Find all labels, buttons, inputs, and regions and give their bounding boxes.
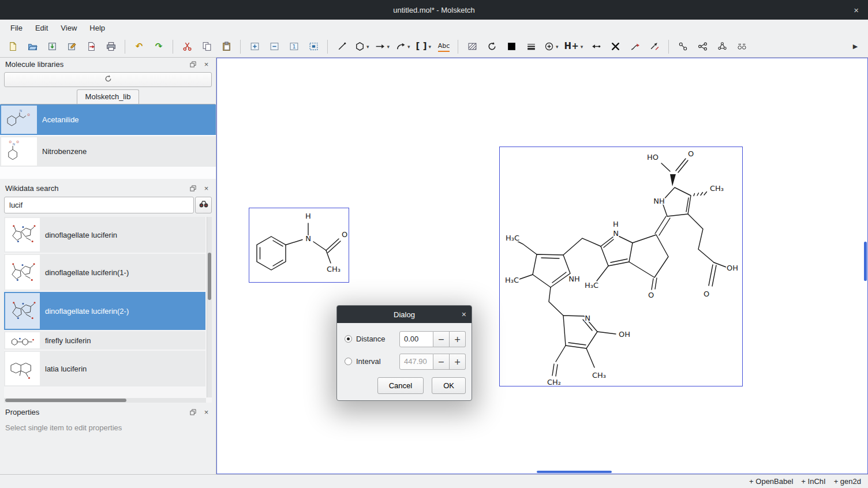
menu-file[interactable]: File [5, 21, 28, 35]
paste-icon [221, 42, 231, 52]
library-item-acetanilide[interactable]: NO Acetanilide [0, 104, 216, 135]
reaction-arrow-tool-dropdown-icon[interactable]: ▾ [387, 44, 390, 50]
scrollbar-thumb[interactable] [208, 253, 211, 300]
menu-edit[interactable]: Edit [29, 21, 54, 35]
tab-molsketch-lib[interactable]: Molsketch_lib [77, 89, 140, 104]
wikidata-result-item[interactable]: dinoflagellate luciferin(1-) [4, 254, 205, 291]
zoom-original-button[interactable]: 1 [286, 38, 302, 55]
new-file-button[interactable] [5, 38, 21, 55]
paste-button[interactable] [218, 38, 234, 55]
lone-pair-tool-button[interactable] [734, 38, 750, 55]
line-width-tool-button[interactable] [523, 38, 539, 55]
save-as-file-icon [66, 42, 77, 52]
color-swatch-tool-button[interactable] [503, 38, 519, 55]
atom-pair-tool-button[interactable] [675, 38, 691, 55]
properties-header: Properties × [0, 406, 216, 418]
hydrogen-tool-dropdown-icon[interactable]: ▾ [581, 44, 583, 50]
menu-view[interactable]: View [55, 21, 83, 35]
open-file-button[interactable] [24, 38, 40, 55]
properties-close-icon[interactable]: × [202, 408, 211, 416]
wikidata-result-item[interactable]: latia luciferin [4, 351, 205, 386]
electron-flow-tool-button[interactable] [588, 38, 604, 55]
libraries-float-icon[interactable] [189, 60, 197, 69]
wikidata-vertical-scrollbar[interactable] [207, 217, 212, 397]
zoom-out-button[interactable] [266, 38, 282, 55]
bracket-tool-dropdown-icon[interactable]: ▾ [429, 44, 432, 50]
canvas-horizontal-scrollbar[interactable] [537, 471, 612, 473]
bracket-tool-button[interactable]: [ ]▾ [415, 38, 432, 55]
mechanism-arrow-tool-button[interactable] [627, 38, 643, 55]
print-button[interactable] [103, 38, 119, 55]
redo-button[interactable]: ↷ [151, 38, 167, 55]
svg-text:O: O [28, 112, 30, 116]
zoom-in-button[interactable] [246, 38, 263, 55]
rotate-tool-icon [487, 42, 497, 52]
lone-pair-tool-icon [736, 42, 747, 52]
libraries-close-icon[interactable]: × [202, 60, 211, 69]
wikidata-search-input[interactable] [4, 197, 194, 213]
library-item-nitrobenzene[interactable]: NOO Nitrobenzene [0, 136, 216, 167]
toolbar-overflow-button[interactable]: ▶ [847, 38, 863, 55]
charge-tool-dropdown-icon[interactable]: ▾ [556, 44, 559, 50]
hydrogen-tool-button[interactable]: H+▾ [563, 38, 585, 55]
window-close-icon[interactable]: × [849, 0, 863, 20]
atom-label: CH₂ [547, 378, 561, 386]
atom-chain-tool-button[interactable] [694, 38, 710, 55]
canvas-vertical-scrollbar[interactable] [864, 242, 867, 281]
wikidata-horizontal-scrollbar[interactable] [4, 398, 206, 403]
ok-button[interactable]: OK [432, 377, 466, 394]
cut-button[interactable] [179, 38, 195, 55]
delete-tool-button[interactable] [607, 38, 623, 55]
save-as-file-button[interactable] [63, 38, 80, 55]
distance-input[interactable] [399, 331, 433, 347]
distance-increment-button[interactable]: + [450, 331, 466, 347]
wikidata-search-panel: Wikidata search × dinoflagellate lucifer… [0, 182, 216, 403]
scrollbar-thumb[interactable] [5, 399, 126, 402]
rotate-tool-button[interactable] [484, 38, 500, 55]
interval-decrement-button[interactable]: − [433, 354, 450, 370]
atom-label: OH [619, 330, 630, 339]
wikidata-result-item[interactable]: dinoflagellate luciferin [4, 217, 205, 253]
atom-group-tool-button[interactable] [714, 38, 730, 55]
interval-input[interactable] [399, 354, 433, 370]
charge-tool-button[interactable]: ▾ [542, 38, 560, 55]
luciferin-molecule[interactable]: HO O CH₃ NH H N H₃C NH H₃C H₃C O OH O N … [499, 147, 743, 386]
mechanism-arrow-tool-icon [630, 42, 640, 52]
distance-decrement-button[interactable]: − [433, 331, 450, 347]
draw-bond-button[interactable] [334, 38, 350, 55]
interval-radio[interactable] [345, 358, 352, 365]
svg-text:N: N [13, 142, 15, 146]
curved-arrow-tool-dropdown-icon[interactable]: ▾ [407, 44, 410, 50]
save-file-button[interactable] [44, 38, 60, 55]
atom-label: O [648, 291, 654, 299]
hatch-tool-button[interactable] [464, 38, 480, 55]
reaction-arrow-tool-button[interactable]: ▾ [374, 38, 391, 55]
copy-button[interactable] [199, 38, 215, 55]
distance-radio[interactable] [345, 335, 352, 343]
atom-label: H₃C [505, 276, 519, 284]
wikidata-result-item[interactable]: dinoflagellate luciferin(2-) [4, 292, 205, 330]
dialog-close-icon[interactable]: × [462, 306, 466, 323]
wikidata-result-item[interactable]: firefly luciferin [4, 331, 205, 350]
cancel-button[interactable]: Cancel [377, 377, 424, 394]
wikidata-search-button[interactable] [195, 197, 212, 213]
text-tool-button[interactable]: Abc [436, 38, 452, 55]
refresh-library-button[interactable] [4, 72, 212, 87]
reaction-mapping-tool-button[interactable] [646, 38, 663, 55]
interval-increment-button[interactable]: + [450, 354, 466, 370]
export-file-button[interactable] [83, 38, 99, 55]
ring-tool-button[interactable]: ▾ [353, 38, 371, 55]
drawing-canvas[interactable]: H N O CH₃ [216, 58, 868, 474]
wikidata-float-icon[interactable] [189, 184, 197, 193]
properties-float-icon[interactable] [189, 408, 197, 416]
undo-button[interactable]: ↶ [131, 38, 147, 55]
wikidata-close-icon[interactable]: × [202, 184, 211, 193]
zoom-original-icon: 1 [289, 42, 299, 52]
dialog-titlebar[interactable]: Dialog × [337, 306, 472, 323]
acetanilide-molecule[interactable]: H N O CH₃ [249, 208, 349, 283]
zoom-fit-button[interactable] [305, 38, 321, 55]
curved-arrow-tool-button[interactable]: ▾ [394, 38, 411, 55]
menu-help[interactable]: Help [84, 21, 111, 35]
ring-tool-dropdown-icon[interactable]: ▾ [366, 44, 369, 50]
toolbar-separator [173, 40, 173, 54]
